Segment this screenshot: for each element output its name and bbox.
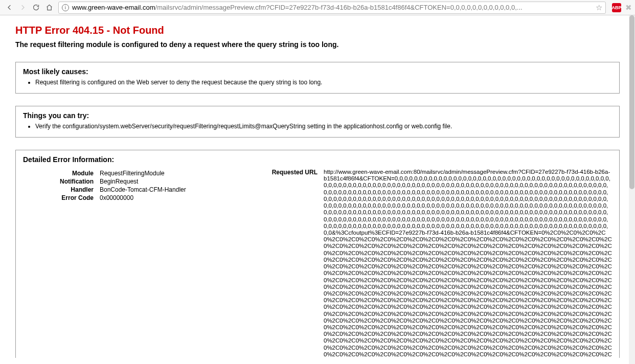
detail-value: 0x00000000 xyxy=(100,194,258,201)
adblock-extension-icon[interactable]: ABP xyxy=(612,3,621,12)
browser-toolbar: i www.green-wave-email.com/mailsrvc/admi… xyxy=(0,0,635,15)
detail-label: Handler xyxy=(23,186,100,193)
causes-heading: Most likely causes: xyxy=(23,67,612,76)
detail-label: Requested URL xyxy=(258,169,324,358)
detail-label: Error Code xyxy=(23,194,100,201)
bookmark-star-icon[interactable]: ☆ xyxy=(596,3,602,12)
detail-right-column: Requested URL http://www.green-wave-emai… xyxy=(258,169,612,358)
scrollbar-track[interactable] xyxy=(629,15,635,364)
reload-button[interactable] xyxy=(30,2,42,14)
causes-list: Request filtering is configured on the W… xyxy=(35,79,612,86)
address-bar[interactable]: i www.green-wave-email.com/mailsrvc/admi… xyxy=(58,2,606,14)
arrow-left-icon xyxy=(6,4,13,11)
detail-panel: Detailed Error Information: Module Reque… xyxy=(15,150,620,358)
tries-heading: Things you can try: xyxy=(23,111,612,120)
extension-disabled-icon[interactable]: ✖ xyxy=(625,3,632,12)
detail-left-column: Module RequestFilteringModule Notificati… xyxy=(23,169,258,202)
detail-row-module: Module RequestFilteringModule xyxy=(23,170,258,177)
site-info-icon[interactable]: i xyxy=(62,4,69,11)
tries-list: Verify the configuration/system.webServe… xyxy=(35,123,612,130)
list-item: Verify the configuration/system.webServe… xyxy=(35,123,612,130)
error-page: HTTP Error 404.15 - Not Found The reques… xyxy=(0,15,635,358)
detail-row-errorcode: Error Code 0x00000000 xyxy=(23,194,258,201)
detail-value: BonCode-Tomcat-CFM-Handler xyxy=(100,186,258,193)
error-title: HTTP Error 404.15 - Not Found xyxy=(15,25,620,36)
arrow-right-icon xyxy=(19,4,27,11)
home-button[interactable] xyxy=(43,2,55,14)
page-viewport: HTTP Error 404.15 - Not Found The reques… xyxy=(0,15,635,364)
list-item: Request filtering is configured on the W… xyxy=(35,79,612,86)
url-path: /mailsrvc/admin/messagePreview.cfm?CFID=… xyxy=(155,4,523,11)
requested-url-value: http://www.green-wave-email.com:80/mails… xyxy=(324,169,612,358)
home-icon xyxy=(46,4,53,11)
forward-button[interactable] xyxy=(16,2,29,14)
tries-panel: Things you can try: Verify the configura… xyxy=(15,106,620,138)
detail-row-handler: Handler BonCode-Tomcat-CFM-Handler xyxy=(23,186,258,193)
scrollbar-thumb[interactable] xyxy=(629,15,634,189)
detail-heading: Detailed Error Information: xyxy=(23,155,612,164)
url-host: www.green-wave-email.com xyxy=(72,4,155,11)
causes-panel: Most likely causes: Request filtering is… xyxy=(15,62,620,94)
detail-row-notification: Notification BeginRequest xyxy=(23,178,258,185)
detail-value: RequestFilteringModule xyxy=(100,170,258,177)
reload-icon xyxy=(32,4,40,11)
back-button[interactable] xyxy=(3,2,15,14)
detail-label: Module xyxy=(23,170,100,177)
error-subtitle: The request filtering module is configur… xyxy=(15,40,620,49)
detail-value: BeginRequest xyxy=(100,178,258,185)
detail-label: Notification xyxy=(23,178,100,185)
